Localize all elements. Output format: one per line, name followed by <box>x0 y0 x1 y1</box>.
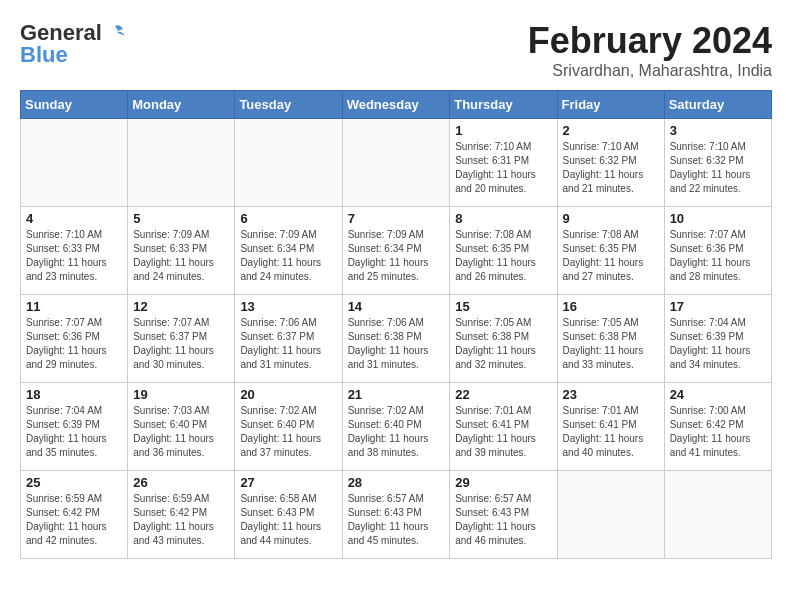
day-number: 22 <box>455 387 551 402</box>
weekday-header-friday: Friday <box>557 91 664 119</box>
day-number: 4 <box>26 211 122 226</box>
day-info: Sunrise: 7:05 AM Sunset: 6:38 PM Dayligh… <box>563 316 659 372</box>
calendar-cell: 17Sunrise: 7:04 AM Sunset: 6:39 PM Dayli… <box>664 295 771 383</box>
day-number: 7 <box>348 211 445 226</box>
calendar-cell: 2Sunrise: 7:10 AM Sunset: 6:32 PM Daylig… <box>557 119 664 207</box>
day-info: Sunrise: 6:58 AM Sunset: 6:43 PM Dayligh… <box>240 492 336 548</box>
location: Srivardhan, Maharashtra, India <box>528 62 772 80</box>
calendar-cell: 11Sunrise: 7:07 AM Sunset: 6:36 PM Dayli… <box>21 295 128 383</box>
day-number: 15 <box>455 299 551 314</box>
day-info: Sunrise: 7:09 AM Sunset: 6:34 PM Dayligh… <box>348 228 445 284</box>
calendar-table: SundayMondayTuesdayWednesdayThursdayFrid… <box>20 90 772 559</box>
day-info: Sunrise: 7:07 AM Sunset: 6:37 PM Dayligh… <box>133 316 229 372</box>
day-number: 8 <box>455 211 551 226</box>
calendar-cell: 19Sunrise: 7:03 AM Sunset: 6:40 PM Dayli… <box>128 383 235 471</box>
calendar-week-row: 1Sunrise: 7:10 AM Sunset: 6:31 PM Daylig… <box>21 119 772 207</box>
logo-bird-icon <box>104 22 126 44</box>
month-title: February 2024 <box>528 20 772 62</box>
day-info: Sunrise: 7:10 AM Sunset: 6:33 PM Dayligh… <box>26 228 122 284</box>
calendar-cell: 20Sunrise: 7:02 AM Sunset: 6:40 PM Dayli… <box>235 383 342 471</box>
calendar-cell: 8Sunrise: 7:08 AM Sunset: 6:35 PM Daylig… <box>450 207 557 295</box>
day-info: Sunrise: 7:00 AM Sunset: 6:42 PM Dayligh… <box>670 404 766 460</box>
page-header: General Blue February 2024 Srivardhan, M… <box>20 20 772 80</box>
day-info: Sunrise: 6:57 AM Sunset: 6:43 PM Dayligh… <box>348 492 445 548</box>
day-number: 2 <box>563 123 659 138</box>
calendar-cell: 15Sunrise: 7:05 AM Sunset: 6:38 PM Dayli… <box>450 295 557 383</box>
calendar-cell: 29Sunrise: 6:57 AM Sunset: 6:43 PM Dayli… <box>450 471 557 559</box>
day-number: 14 <box>348 299 445 314</box>
day-number: 19 <box>133 387 229 402</box>
day-number: 1 <box>455 123 551 138</box>
day-info: Sunrise: 7:05 AM Sunset: 6:38 PM Dayligh… <box>455 316 551 372</box>
calendar-cell <box>21 119 128 207</box>
day-info: Sunrise: 6:57 AM Sunset: 6:43 PM Dayligh… <box>455 492 551 548</box>
day-number: 29 <box>455 475 551 490</box>
day-info: Sunrise: 7:09 AM Sunset: 6:33 PM Dayligh… <box>133 228 229 284</box>
calendar-cell: 24Sunrise: 7:00 AM Sunset: 6:42 PM Dayli… <box>664 383 771 471</box>
calendar-week-row: 4Sunrise: 7:10 AM Sunset: 6:33 PM Daylig… <box>21 207 772 295</box>
calendar-cell: 18Sunrise: 7:04 AM Sunset: 6:39 PM Dayli… <box>21 383 128 471</box>
calendar-cell: 10Sunrise: 7:07 AM Sunset: 6:36 PM Dayli… <box>664 207 771 295</box>
day-number: 12 <box>133 299 229 314</box>
calendar-cell: 16Sunrise: 7:05 AM Sunset: 6:38 PM Dayli… <box>557 295 664 383</box>
day-number: 9 <box>563 211 659 226</box>
day-info: Sunrise: 7:07 AM Sunset: 6:36 PM Dayligh… <box>26 316 122 372</box>
calendar-cell: 26Sunrise: 6:59 AM Sunset: 6:42 PM Dayli… <box>128 471 235 559</box>
calendar-cell: 12Sunrise: 7:07 AM Sunset: 6:37 PM Dayli… <box>128 295 235 383</box>
day-number: 10 <box>670 211 766 226</box>
calendar-cell: 5Sunrise: 7:09 AM Sunset: 6:33 PM Daylig… <box>128 207 235 295</box>
day-info: Sunrise: 7:08 AM Sunset: 6:35 PM Dayligh… <box>563 228 659 284</box>
day-number: 28 <box>348 475 445 490</box>
calendar-cell: 4Sunrise: 7:10 AM Sunset: 6:33 PM Daylig… <box>21 207 128 295</box>
weekday-header-wednesday: Wednesday <box>342 91 450 119</box>
day-info: Sunrise: 7:04 AM Sunset: 6:39 PM Dayligh… <box>670 316 766 372</box>
day-info: Sunrise: 7:06 AM Sunset: 6:37 PM Dayligh… <box>240 316 336 372</box>
calendar-cell: 13Sunrise: 7:06 AM Sunset: 6:37 PM Dayli… <box>235 295 342 383</box>
calendar-cell <box>664 471 771 559</box>
day-info: Sunrise: 7:06 AM Sunset: 6:38 PM Dayligh… <box>348 316 445 372</box>
logo-blue-text: Blue <box>20 42 68 68</box>
day-info: Sunrise: 7:04 AM Sunset: 6:39 PM Dayligh… <box>26 404 122 460</box>
day-number: 6 <box>240 211 336 226</box>
day-info: Sunrise: 6:59 AM Sunset: 6:42 PM Dayligh… <box>133 492 229 548</box>
calendar-cell <box>235 119 342 207</box>
weekday-header-monday: Monday <box>128 91 235 119</box>
day-info: Sunrise: 7:09 AM Sunset: 6:34 PM Dayligh… <box>240 228 336 284</box>
logo: General Blue <box>20 20 126 68</box>
calendar-week-row: 25Sunrise: 6:59 AM Sunset: 6:42 PM Dayli… <box>21 471 772 559</box>
day-info: Sunrise: 7:07 AM Sunset: 6:36 PM Dayligh… <box>670 228 766 284</box>
calendar-cell <box>342 119 450 207</box>
calendar-cell: 27Sunrise: 6:58 AM Sunset: 6:43 PM Dayli… <box>235 471 342 559</box>
day-info: Sunrise: 7:08 AM Sunset: 6:35 PM Dayligh… <box>455 228 551 284</box>
weekday-header-saturday: Saturday <box>664 91 771 119</box>
day-number: 26 <box>133 475 229 490</box>
calendar-cell: 14Sunrise: 7:06 AM Sunset: 6:38 PM Dayli… <box>342 295 450 383</box>
day-number: 3 <box>670 123 766 138</box>
title-block: February 2024 Srivardhan, Maharashtra, I… <box>528 20 772 80</box>
day-info: Sunrise: 7:03 AM Sunset: 6:40 PM Dayligh… <box>133 404 229 460</box>
calendar-cell <box>557 471 664 559</box>
calendar-week-row: 18Sunrise: 7:04 AM Sunset: 6:39 PM Dayli… <box>21 383 772 471</box>
day-info: Sunrise: 7:01 AM Sunset: 6:41 PM Dayligh… <box>563 404 659 460</box>
day-info: Sunrise: 7:01 AM Sunset: 6:41 PM Dayligh… <box>455 404 551 460</box>
day-info: Sunrise: 7:10 AM Sunset: 6:32 PM Dayligh… <box>670 140 766 196</box>
calendar-cell: 23Sunrise: 7:01 AM Sunset: 6:41 PM Dayli… <box>557 383 664 471</box>
weekday-header-thursday: Thursday <box>450 91 557 119</box>
calendar-cell: 21Sunrise: 7:02 AM Sunset: 6:40 PM Dayli… <box>342 383 450 471</box>
weekday-header-tuesday: Tuesday <box>235 91 342 119</box>
day-info: Sunrise: 6:59 AM Sunset: 6:42 PM Dayligh… <box>26 492 122 548</box>
day-number: 13 <box>240 299 336 314</box>
day-info: Sunrise: 7:10 AM Sunset: 6:32 PM Dayligh… <box>563 140 659 196</box>
day-info: Sunrise: 7:02 AM Sunset: 6:40 PM Dayligh… <box>348 404 445 460</box>
calendar-week-row: 11Sunrise: 7:07 AM Sunset: 6:36 PM Dayli… <box>21 295 772 383</box>
day-number: 18 <box>26 387 122 402</box>
day-number: 24 <box>670 387 766 402</box>
day-number: 16 <box>563 299 659 314</box>
calendar-cell: 7Sunrise: 7:09 AM Sunset: 6:34 PM Daylig… <box>342 207 450 295</box>
calendar-cell: 9Sunrise: 7:08 AM Sunset: 6:35 PM Daylig… <box>557 207 664 295</box>
day-number: 17 <box>670 299 766 314</box>
calendar-cell: 28Sunrise: 6:57 AM Sunset: 6:43 PM Dayli… <box>342 471 450 559</box>
calendar-cell: 6Sunrise: 7:09 AM Sunset: 6:34 PM Daylig… <box>235 207 342 295</box>
day-number: 5 <box>133 211 229 226</box>
calendar-cell: 25Sunrise: 6:59 AM Sunset: 6:42 PM Dayli… <box>21 471 128 559</box>
